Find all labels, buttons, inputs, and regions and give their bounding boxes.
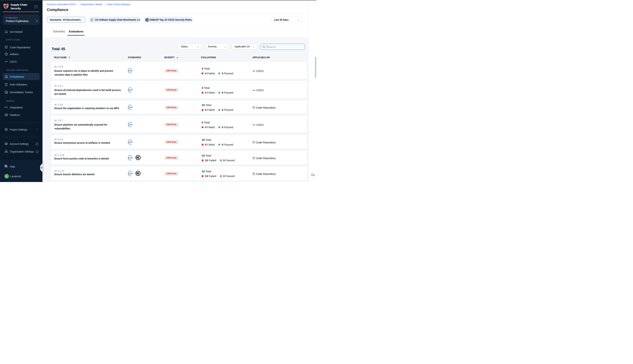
svg-text:CIS: CIS [128, 124, 132, 126]
svg-text:CIS: CIS [91, 19, 93, 20]
svg-text:CIS: CIS [128, 106, 132, 108]
svg-text:CIS: CIS [128, 70, 132, 72]
svg-text:CIS: CIS [128, 172, 132, 175]
svg-text:CIS: CIS [128, 141, 132, 143]
svg-text:CIS: CIS [128, 157, 132, 159]
svg-text:?: ? [6, 165, 6, 167]
svg-text:CIS: CIS [128, 89, 132, 91]
